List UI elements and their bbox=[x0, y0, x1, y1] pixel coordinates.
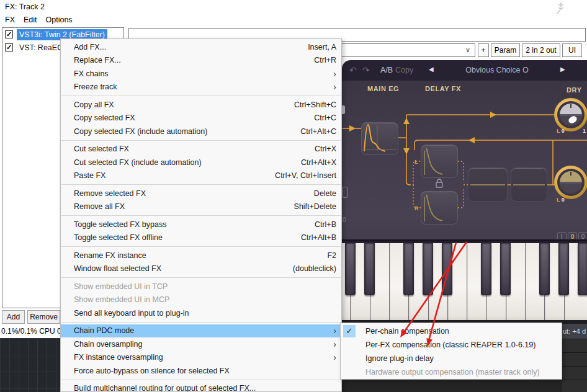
menu-separator bbox=[61, 213, 341, 218]
submenu-arrow-icon: › bbox=[333, 84, 336, 90]
black-key[interactable] bbox=[364, 243, 375, 295]
io-button[interactable]: 2 in 2 out bbox=[522, 43, 560, 57]
plugin-body: MAIN EG DELAY FX DRY 0 bbox=[342, 81, 587, 239]
submenu-item-per-fx[interactable]: Per-FX compensation (classic REAPER 1.0-… bbox=[341, 338, 562, 352]
preset-name[interactable]: Obvious Choice O bbox=[447, 66, 547, 74]
cpu-status: 0.1%/0.1% CPU 0 bbox=[1, 327, 60, 336]
menubar-fx[interactable]: FX bbox=[5, 16, 15, 24]
preset-prev-icon[interactable]: ◀ bbox=[429, 66, 434, 73]
menu-item-add-fx[interactable]: Add FX...Insert, A bbox=[61, 40, 341, 54]
dark-strip bbox=[340, 378, 562, 392]
preset-plus-button[interactable]: + bbox=[478, 43, 489, 57]
dry-knob[interactable] bbox=[554, 98, 587, 131]
menu-separator bbox=[61, 138, 341, 143]
submenu-arrow-icon: › bbox=[333, 354, 336, 360]
add-fx-button[interactable]: Add bbox=[2, 310, 25, 324]
black-key[interactable] bbox=[481, 243, 491, 295]
checkmark-icon: ✓ bbox=[343, 325, 356, 337]
output-status-fragment: ut: +4 d bbox=[562, 324, 587, 339]
routing-diagram: L R bbox=[342, 81, 587, 239]
combo-arrow-icon: ∨ bbox=[465, 46, 470, 54]
redo-icon[interactable]: ↷ bbox=[362, 65, 370, 75]
black-key[interactable] bbox=[345, 243, 356, 295]
fx-chain-window: FX: Track 2 FX Edit Options ✓ VST3i: Twi… bbox=[0, 0, 587, 392]
menu-bar: FX Edit Options bbox=[5, 16, 73, 24]
pin-icon[interactable] bbox=[552, 1, 570, 17]
menu-item-cut-selected-fx-automation[interactable]: Cut selected FX (include automation)Ctrl… bbox=[61, 156, 341, 169]
menu-item-remove-selected-fx[interactable]: Remove selected FXDelete bbox=[61, 187, 341, 200]
menu-separator bbox=[61, 275, 341, 280]
menu-item-embedded-ui-mcp: Show embedded UI in MCP bbox=[61, 293, 341, 307]
ab-toggle[interactable]: A/B bbox=[380, 66, 393, 74]
right-channel-label: R bbox=[414, 205, 419, 212]
fx-context-menu: Add FX...Insert, A Replace FX...Ctrl+R F… bbox=[60, 38, 342, 392]
menu-item-copy-all-fx[interactable]: Copy all FXCtrl+Shift+C bbox=[61, 98, 341, 112]
fx-enabled-checkbox[interactable]: ✓ bbox=[5, 30, 13, 38]
menu-item-replace-fx[interactable]: Replace FX...Ctrl+R bbox=[61, 54, 341, 68]
submenu-arrow-icon: › bbox=[333, 327, 336, 334]
piano-keyboard[interactable] bbox=[342, 239, 587, 320]
menu-item-fx-instance-oversampling[interactable]: FX instance oversampling› bbox=[61, 351, 341, 365]
fx-item-label[interactable]: VST: ReaEQ bbox=[17, 42, 66, 53]
menu-separator bbox=[61, 182, 341, 187]
submenu-item-hardware-output: Hardware output compensation (master tra… bbox=[341, 365, 562, 379]
menubar-options[interactable]: Options bbox=[46, 16, 73, 24]
submenu-item-ignore-delay[interactable]: Ignore plug-in delay bbox=[341, 352, 562, 365]
param-button[interactable]: Param bbox=[491, 43, 520, 57]
menu-item-window-float[interactable]: Window float selected FX(doubleclick) bbox=[61, 262, 341, 276]
fabfilter-twin-plugin-panel: ↶ ↷ A/B Copy ◀ Obvious Choice O ▶ MAIN E… bbox=[342, 60, 587, 320]
fx-enabled-checkbox[interactable]: ✓ bbox=[5, 43, 13, 51]
black-key[interactable] bbox=[578, 243, 587, 295]
black-key[interactable] bbox=[539, 243, 550, 295]
black-key[interactable] bbox=[500, 243, 511, 295]
plugin-header: ↶ ↷ A/B Copy ◀ Obvious Choice O ▶ bbox=[342, 60, 587, 81]
black-key[interactable] bbox=[403, 243, 414, 295]
wet-scale-min: L 0 bbox=[557, 197, 565, 203]
left-channel-label: L bbox=[414, 159, 418, 165]
menu-separator bbox=[61, 244, 341, 249]
dry-scale-min: L 0 bbox=[557, 128, 565, 134]
menu-item-remove-all-fx[interactable]: Remove all FXShift+Delete bbox=[61, 200, 341, 214]
menu-item-chain-oversampling[interactable]: Chain oversampling› bbox=[61, 337, 341, 351]
menu-separator bbox=[61, 94, 341, 98]
menubar-edit[interactable]: Edit bbox=[24, 16, 37, 24]
chain-pdc-submenu: ✓ Per-chain compensation Per-FX compensa… bbox=[340, 323, 562, 380]
undo-icon[interactable]: ↶ bbox=[349, 65, 357, 75]
menu-item-force-auto-bypass[interactable]: Force auto-bypass on silence for selecte… bbox=[61, 364, 341, 378]
submenu-item-per-chain[interactable]: ✓ Per-chain compensation bbox=[341, 324, 562, 338]
black-key[interactable] bbox=[423, 243, 433, 295]
menu-item-rename-fx[interactable]: Rename FX instanceF2 bbox=[61, 249, 341, 262]
menu-item-paste-fx[interactable]: Paste FXCtrl+V, Ctrl+Insert bbox=[61, 169, 341, 183]
submenu-arrow-icon: › bbox=[333, 341, 336, 347]
lock-icon bbox=[436, 179, 442, 187]
menu-separator bbox=[61, 320, 341, 324]
menu-item-copy-selected-fx[interactable]: Copy selected FXCtrl+C bbox=[61, 112, 341, 125]
menu-item-freeze-track[interactable]: Freeze track› bbox=[61, 81, 341, 94]
copy-button[interactable]: Copy bbox=[395, 66, 413, 74]
ui-button[interactable]: UI bbox=[562, 43, 582, 57]
preset-next-icon[interactable]: ▶ bbox=[560, 66, 565, 73]
menu-item-build-multichannel-routing[interactable]: Build multichannel routing for output of… bbox=[61, 382, 341, 392]
menu-separator bbox=[61, 378, 341, 382]
black-key[interactable] bbox=[442, 243, 452, 295]
menu-item-embedded-ui-tcp: Show embedded UI in TCP bbox=[61, 280, 341, 293]
submenu-arrow-icon: › bbox=[333, 71, 336, 77]
window-title: FX: Track 2 bbox=[5, 2, 45, 11]
menu-item-toggle-offline[interactable]: Toggle selected FX offlineCtrl+Alt+B bbox=[61, 231, 341, 245]
track-rows-background bbox=[562, 339, 587, 392]
menu-item-fx-chains[interactable]: FX chains› bbox=[61, 67, 341, 81]
remove-fx-button[interactable]: Remove bbox=[27, 310, 60, 324]
wet-knob[interactable] bbox=[554, 166, 587, 199]
menu-item-toggle-bypass[interactable]: Toggle selected FX bypassCtrl+B bbox=[61, 218, 341, 231]
menu-item-cut-selected-fx[interactable]: Cut selected FXCtrl+X bbox=[61, 143, 341, 156]
dry-scale-max: 1 bbox=[583, 128, 586, 134]
menu-item-send-keyboard-input[interactable]: Send all keyboard input to plug-in bbox=[61, 306, 341, 320]
menu-item-chain-pdc-mode[interactable]: Chain PDC mode› bbox=[61, 324, 341, 338]
arrange-grid-background bbox=[0, 338, 60, 392]
white-keys[interactable] bbox=[342, 243, 587, 322]
menu-item-copy-selected-fx-automation[interactable]: Copy selected FX (include automation)Ctr… bbox=[61, 125, 341, 138]
black-key[interactable] bbox=[558, 243, 569, 295]
